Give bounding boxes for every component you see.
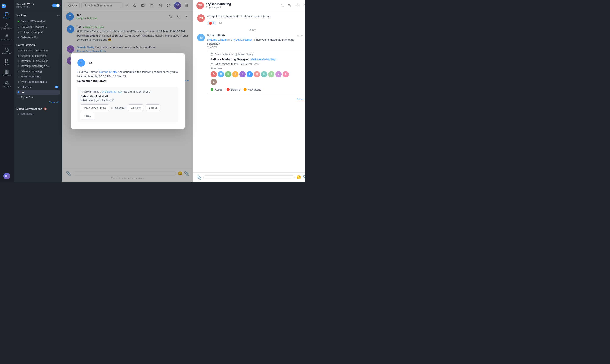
app-logo xyxy=(0,2,14,10)
modal-body-text: Hi Olivia Palmer, Suresh Shetty has sche… xyxy=(77,70,178,83)
conv-zylker-ann[interactable]: # zylker announcements xyxy=(16,53,60,58)
r-suresh-avatar: SS xyxy=(197,34,205,41)
right-actions-footer: Actions ▾ xyxy=(197,97,305,102)
today-divider: Today xyxy=(197,28,305,31)
conv-zylker-mkt[interactable]: # zylker-marketing xyxy=(16,74,60,79)
maybe-btn[interactable]: May attend xyxy=(244,88,261,91)
mark-complete-button[interactable]: Mark as Complete xyxy=(81,104,109,111)
nav-contacts[interactable]: CONTACTS xyxy=(1,21,13,32)
r-msg-more-btn[interactable]: ⋮ xyxy=(304,34,305,37)
conv-sales-pitch[interactable]: Sales Pitch Discussion xyxy=(16,48,60,53)
attendee-12: L xyxy=(211,79,217,85)
modal-taz-icon: T xyxy=(77,59,85,67)
pin-enterprise[interactable]: # Enterprise-support xyxy=(16,30,60,35)
attendee-4: D xyxy=(232,71,239,78)
attendee-5: E xyxy=(239,71,246,78)
modal-inner-hi: Hi Olivia Palmer, xyxy=(81,90,102,93)
user-avatar-small[interactable]: OP xyxy=(3,173,10,180)
salesforce-name: Salesforce Bot xyxy=(21,36,38,39)
releases-badge: 2 xyxy=(55,86,58,89)
show-all-link[interactable]: Show all xyxy=(16,100,60,105)
reaction-add-btn[interactable]: ☺ xyxy=(218,21,222,25)
nav-files[interactable]: FILES xyxy=(1,57,13,67)
pin-marketing[interactable]: # marketing · @Zylker ... xyxy=(16,24,60,29)
nav-widgets[interactable]: WIDGETS xyxy=(1,68,13,78)
nav-people-label: PEOPLE xyxy=(2,86,11,88)
right-attach-right-btn[interactable]: 📎 xyxy=(303,175,305,180)
conv-releases[interactable]: # releases 2 xyxy=(16,85,60,90)
event-online-badge: Online Audio Meeting xyxy=(250,58,277,61)
modal-inner-text: has a reminder for you xyxy=(123,90,150,93)
referral-hash: # xyxy=(18,70,19,73)
right-close-btn[interactable]: ✕ xyxy=(302,2,305,9)
r-msg-star-btn[interactable]: ☆ xyxy=(297,34,299,37)
main-chat-panel: All ▾ + xyxy=(63,0,193,182)
right-panel: ZM #zylker-marketing 11 participants ✕ Z… xyxy=(193,0,305,182)
right-chat-messages: ZM All right! I'll go ahead and schedule… xyxy=(193,11,305,172)
r-and-text: and xyxy=(228,38,233,41)
nav-people[interactable]: PEOPLE xyxy=(1,79,13,89)
right-search-btn[interactable] xyxy=(279,2,285,9)
releases-hash: # xyxy=(18,86,19,89)
r-msg-action-btns: ☆ ↩ ⋮ xyxy=(297,34,305,37)
event-from-user[interactable]: @Suresh Shetty xyxy=(235,53,254,56)
svg-point-33 xyxy=(281,4,283,6)
taz-dot xyxy=(18,91,19,93)
mute-icon: 🔇 xyxy=(43,107,47,110)
attendee-10: J xyxy=(275,71,282,78)
nav-history-label: HISTORY xyxy=(2,52,11,55)
right-emoji-btn[interactable]: 😊 xyxy=(296,175,301,180)
svg-rect-9 xyxy=(5,72,7,74)
sales-pitch-icon xyxy=(18,50,19,52)
r-mention-rufus[interactable]: @Rufus William xyxy=(207,38,227,41)
nav-contacts-label: CONTACTS xyxy=(1,28,13,30)
reaction-badge[interactable]: 🔴 1 xyxy=(207,21,216,26)
snooze-15min-button[interactable]: 15 mins xyxy=(128,104,144,111)
decline-btn[interactable]: Decline xyxy=(227,88,240,91)
reaction-emoji: 🔴 xyxy=(209,22,212,25)
workspace-time: 04:27:31 Hrs xyxy=(16,6,34,8)
muted-scrum[interactable]: Scrum Bot xyxy=(16,112,60,117)
attendee-11: K xyxy=(283,71,289,78)
pin-salesforce[interactable]: Salesforce Bot xyxy=(16,35,60,40)
sidebar-header: Remote Work 04:27:31 Hrs xyxy=(14,0,62,11)
pin-jacob[interactable]: Jacob · SEO Analyst xyxy=(16,19,60,24)
r-msg-reply-btn[interactable]: ↩ xyxy=(301,34,303,37)
conv-referral[interactable]: # referral-marketing xyxy=(16,69,60,74)
modal-header: T Taz xyxy=(77,59,178,67)
svg-point-1 xyxy=(6,24,8,25)
nav-history[interactable]: HISTORY xyxy=(1,46,13,56)
modal-scheduler-name[interactable]: Suresh Shetty xyxy=(99,70,117,73)
r-mention-olivia[interactable]: @Olivia Palmer xyxy=(233,38,252,41)
conv-zylker-bot[interactable]: Zylker Bot xyxy=(16,95,60,100)
conv-zyler-ann[interactable]: # Zyler-Announcements xyxy=(16,79,60,84)
right-bell-btn[interactable] xyxy=(294,2,300,9)
nav-chats-label: CHATS xyxy=(3,17,10,19)
scrum-dot xyxy=(18,113,19,115)
event-calendar-icon xyxy=(211,53,213,56)
snooze-1day-button[interactable]: 1 Day xyxy=(81,113,94,119)
r-intro-avatar: ZM xyxy=(197,14,205,22)
my-pins-title: My Pins xyxy=(16,14,26,17)
right-channel-count: 11 participants xyxy=(206,6,231,9)
conv-revamp-mkt[interactable]: Revamp marketing dis... xyxy=(16,64,60,68)
right-call-btn[interactable] xyxy=(287,2,293,9)
snooze-1hour-button[interactable]: 1 Hour xyxy=(146,104,160,111)
conv-taz[interactable]: Taz xyxy=(16,90,60,95)
conv-revamp-pr[interactable]: Revamp PR discussion xyxy=(16,59,60,63)
modal-inner-mention[interactable]: @Suresh Shetty xyxy=(102,90,122,93)
svg-point-11 xyxy=(5,81,7,83)
accept-btn[interactable]: Accept xyxy=(211,88,223,91)
right-attach-btn[interactable]: 📎 xyxy=(196,175,202,180)
svg-rect-35 xyxy=(211,53,213,55)
modal-actions: Mark as Complete or Snooze - 15 mins 1 H… xyxy=(81,104,175,119)
right-input-box[interactable] xyxy=(203,175,295,179)
event-title-text: Zylker - Marketing Designs xyxy=(211,58,248,61)
nav-channels[interactable]: CHANNELS xyxy=(1,32,13,42)
right-actions-dropdown[interactable]: Actions ▾ xyxy=(297,98,305,101)
my-pins-menu[interactable]: ··· xyxy=(57,13,60,17)
zylker-ann-hash: # xyxy=(18,54,19,57)
nav-chats[interactable]: CHATS xyxy=(1,10,13,21)
scrum-name: Scrum Bot xyxy=(21,113,33,116)
status-toggle[interactable] xyxy=(52,4,60,7)
